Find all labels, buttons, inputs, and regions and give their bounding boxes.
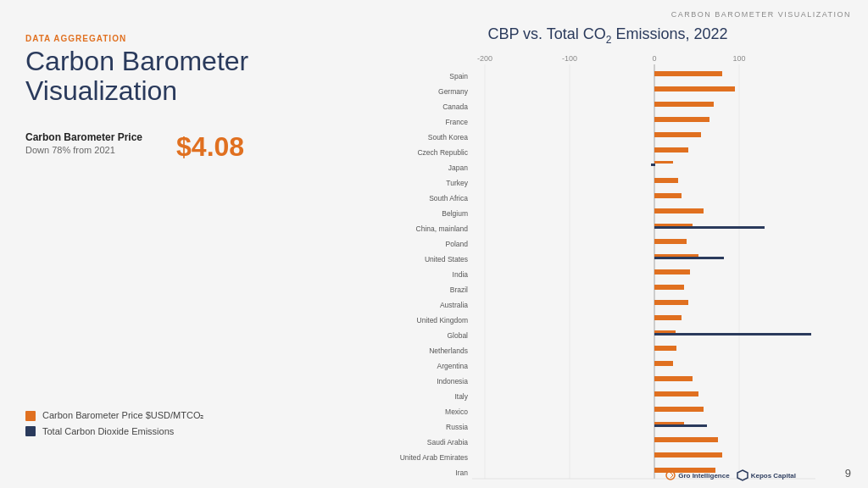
svg-rect-24 (654, 257, 724, 259)
svg-rect-37 (654, 424, 707, 427)
svg-rect-26 (654, 285, 684, 290)
svg-marker-43 (737, 470, 748, 480)
country-label: Japan (448, 164, 468, 172)
svg-rect-19 (654, 208, 704, 214)
svg-rect-25 (654, 269, 690, 274)
country-label: Belgium (442, 209, 468, 218)
svg-text:-100: -100 (562, 54, 577, 63)
price-value: $4.08 (176, 131, 244, 163)
country-label: Global (447, 331, 468, 340)
svg-text:100: 100 (732, 54, 745, 63)
legend-dot-orange (25, 411, 36, 421)
svg-rect-29 (654, 330, 676, 333)
country-label: United Arab Emirates (400, 453, 468, 462)
gro-intelligence-logo: Gro Intelligence (665, 470, 729, 480)
svg-rect-10 (654, 86, 735, 92)
country-label: United Kingdom (417, 316, 468, 324)
legend-dot-blue (25, 426, 36, 436)
country-label: Czech Republic (417, 148, 468, 157)
chart-title: CBP vs. Total CO2 Emissions, 2022 (356, 25, 860, 46)
chart-title-sub: 2 (606, 34, 612, 46)
header-label: Carbon Barometer Visualization (671, 10, 851, 19)
price-section: Carbon Barometer Price Down 78% from 202… (25, 131, 348, 163)
country-label: Argentina (437, 362, 469, 370)
svg-rect-27 (654, 300, 688, 305)
country-label: Turkey (446, 179, 468, 187)
country-label: Italy (454, 392, 468, 401)
svg-rect-36 (654, 422, 684, 424)
country-label: Indonesia (437, 377, 468, 385)
country-label: South Africa (429, 194, 468, 202)
svg-rect-23 (654, 254, 698, 257)
price-info: Carbon Barometer Price Down 78% from 202… (25, 131, 142, 155)
logos-area: Gro Intelligence Kepos Capital (665, 469, 796, 481)
chart-svg: -200 -100 0 100 Spain Germany Canada Fra… (356, 51, 860, 483)
aggregation-label: Data Aggregation (25, 34, 348, 43)
legend-label-blue: Total Carbon Dioxide Emissions (42, 426, 174, 436)
country-label: Canada (442, 103, 468, 111)
svg-rect-33 (654, 376, 693, 381)
svg-rect-14 (654, 147, 688, 152)
country-label: Spain (449, 72, 468, 80)
svg-rect-9 (654, 71, 722, 76)
page-number: 9 (845, 467, 851, 480)
country-label: United States (425, 255, 468, 263)
svg-rect-38 (654, 437, 718, 442)
country-label: France (446, 118, 469, 126)
country-label: Germany (438, 87, 469, 96)
country-label: Iran (455, 469, 468, 477)
chart-area: CBP vs. Total CO2 Emissions, 2022 -200 -… (356, 25, 860, 463)
legend-item-blue: Total Carbon Dioxide Emissions (25, 426, 203, 436)
svg-rect-11 (654, 102, 714, 107)
country-label: India (453, 270, 469, 279)
svg-rect-16 (651, 164, 655, 166)
gro-icon (665, 470, 676, 480)
legend-section: Carbon Barometer Price $USD/MTCO₂ Total … (25, 410, 203, 441)
price-label: Carbon Barometer Price (25, 131, 142, 143)
country-label: Russia (446, 423, 468, 431)
svg-text:0: 0 (652, 54, 656, 63)
country-label: South Korea (428, 133, 469, 141)
legend-item-orange: Carbon Barometer Price $USD/MTCO₂ (25, 410, 203, 421)
legend-label-orange: Carbon Barometer Price $USD/MTCO₂ (42, 410, 203, 421)
gro-label: Gro Intelligence (678, 472, 729, 480)
country-label: China, mainland (416, 225, 469, 233)
kepos-logo: Kepos Capital (737, 469, 796, 481)
svg-rect-22 (654, 239, 687, 244)
kepos-label: Kepos Capital (751, 472, 796, 480)
country-label: Poland (446, 240, 469, 248)
country-label: Brazil (450, 286, 468, 294)
kepos-icon (737, 469, 748, 481)
svg-rect-34 (654, 391, 698, 396)
svg-rect-31 (654, 346, 676, 351)
svg-rect-18 (654, 193, 682, 198)
svg-rect-13 (654, 132, 701, 137)
left-panel: Data Aggregation Carbon Barometer Visual… (25, 34, 348, 163)
svg-rect-30 (654, 333, 811, 336)
country-label: Netherlands (429, 347, 468, 355)
country-label: Australia (440, 301, 468, 309)
main-title: Carbon Barometer Visualization (25, 47, 348, 106)
svg-rect-17 (654, 178, 678, 183)
svg-rect-20 (654, 224, 693, 226)
svg-rect-12 (654, 117, 709, 122)
country-label: Saudi Arabia (427, 438, 468, 446)
svg-rect-15 (654, 161, 673, 164)
svg-rect-21 (654, 226, 765, 229)
svg-rect-39 (654, 452, 722, 458)
svg-rect-35 (654, 407, 704, 412)
price-sublabel: Down 78% from 2021 (25, 145, 142, 155)
svg-rect-28 (654, 315, 682, 320)
svg-rect-32 (654, 361, 673, 366)
svg-text:-200: -200 (477, 54, 492, 63)
country-label: Mexico (445, 408, 468, 416)
